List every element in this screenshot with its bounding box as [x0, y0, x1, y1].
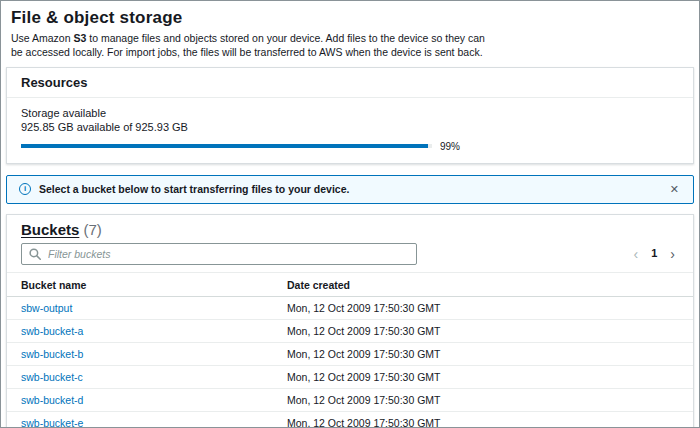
date-created-cell: Mon, 12 Oct 2009 17:50:30 GMT	[273, 296, 693, 319]
bucket-link[interactable]: swb-bucket-c	[21, 371, 83, 383]
info-icon: i	[19, 183, 31, 195]
search-icon	[29, 248, 41, 260]
pagination: ‹ 1 ›	[634, 247, 675, 261]
buckets-header: Buckets (7)	[7, 215, 693, 240]
filter-buckets	[21, 243, 417, 265]
table-header-row: Bucket name Date created	[7, 272, 693, 296]
bucket-name-cell: swb-bucket-c	[7, 365, 273, 388]
bucket-link[interactable]: swb-bucket-e	[21, 417, 83, 428]
info-alert: i Select a bucket below to start transfe…	[6, 175, 694, 204]
bucket-name-cell: swb-bucket-b	[7, 342, 273, 365]
pagination-next-icon[interactable]: ›	[670, 247, 675, 261]
pagination-prev-icon[interactable]: ‹	[634, 247, 639, 261]
page-description-part1: Use Amazon	[11, 32, 73, 44]
bucket-link[interactable]: sbw-output	[21, 302, 72, 314]
bucket-link[interactable]: swb-bucket-a	[21, 325, 83, 337]
table-row: swb-bucket-cMon, 12 Oct 2009 17:50:30 GM…	[7, 365, 693, 388]
resources-header: Resources	[7, 68, 693, 98]
date-created-cell: Mon, 12 Oct 2009 17:50:30 GMT	[273, 411, 693, 428]
alert-close-icon[interactable]: ✕	[668, 183, 681, 196]
buckets-toolbar: ‹ 1 ›	[7, 240, 693, 272]
buckets-table-body: sbw-outputMon, 12 Oct 2009 17:50:30 GMTs…	[7, 296, 693, 428]
page-description-bold: S3	[73, 32, 86, 44]
bucket-name-cell: swb-bucket-a	[7, 319, 273, 342]
table-row: swb-bucket-bMon, 12 Oct 2009 17:50:30 GM…	[7, 342, 693, 365]
storage-progress-percent: 99%	[440, 141, 460, 152]
resources-body: Storage available 925.85 GB available of…	[7, 98, 693, 163]
storage-progress-bar	[21, 144, 432, 148]
storage-available-value: 925.85 GB available of 925.93 GB	[21, 121, 679, 133]
table-row: swb-bucket-dMon, 12 Oct 2009 17:50:30 GM…	[7, 388, 693, 411]
resources-title: Resources	[21, 75, 679, 90]
storage-progress-row: 99%	[21, 141, 679, 152]
date-created-cell: Mon, 12 Oct 2009 17:50:30 GMT	[273, 342, 693, 365]
alert-message: Select a bucket below to start transferr…	[39, 183, 349, 195]
app-window: File & object storage Use Amazon S3 to m…	[0, 0, 700, 428]
buckets-count: (7)	[84, 221, 102, 238]
column-header-date-created: Date created	[273, 272, 693, 296]
bucket-name-cell: sbw-output	[7, 296, 273, 319]
resources-panel: Resources Storage available 925.85 GB av…	[6, 67, 694, 164]
filter-buckets-input[interactable]	[21, 243, 417, 265]
page-title: File & object storage	[11, 8, 694, 28]
date-created-cell: Mon, 12 Oct 2009 17:50:30 GMT	[273, 388, 693, 411]
date-created-cell: Mon, 12 Oct 2009 17:50:30 GMT	[273, 365, 693, 388]
bucket-name-cell: swb-bucket-e	[7, 411, 273, 428]
storage-available-label: Storage available	[21, 107, 679, 119]
pagination-page-1[interactable]: 1	[651, 248, 657, 259]
table-row: sbw-outputMon, 12 Oct 2009 17:50:30 GMT	[7, 296, 693, 319]
page-description: Use Amazon S3 to manage files and object…	[11, 31, 485, 60]
column-header-bucket-name: Bucket name	[7, 272, 273, 296]
bucket-name-cell: swb-bucket-d	[7, 388, 273, 411]
storage-progress-fill	[21, 144, 428, 148]
table-row: swb-bucket-eMon, 12 Oct 2009 17:50:30 GM…	[7, 411, 693, 428]
buckets-panel: Buckets (7) ‹ 1 › Bucket name Date creat…	[6, 214, 694, 428]
bucket-link[interactable]: swb-bucket-d	[21, 394, 83, 406]
bucket-link[interactable]: swb-bucket-b	[21, 348, 83, 360]
date-created-cell: Mon, 12 Oct 2009 17:50:30 GMT	[273, 319, 693, 342]
table-row: swb-bucket-aMon, 12 Oct 2009 17:50:30 GM…	[7, 319, 693, 342]
buckets-table: Bucket name Date created sbw-outputMon, …	[7, 272, 693, 428]
buckets-title: Buckets	[21, 221, 79, 238]
buckets-heading: Buckets (7)	[21, 221, 679, 238]
